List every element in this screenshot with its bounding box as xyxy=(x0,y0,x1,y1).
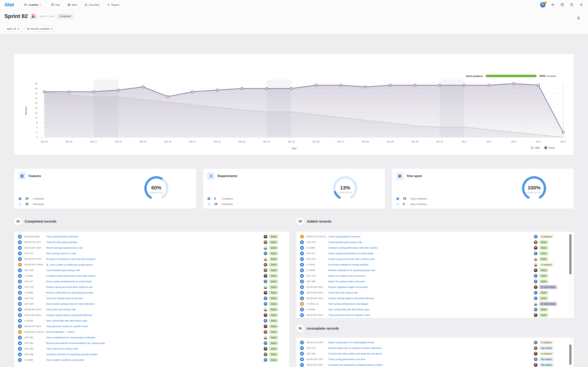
record-link[interactable]: Customize the dashboard to display prefe… xyxy=(328,364,534,366)
record-link[interactable]: Track elevation gain during a ride xyxy=(46,269,264,272)
icon-glyph xyxy=(19,325,20,326)
record-link[interactable]: Track cycling distance and time xyxy=(46,235,264,238)
feature-icon xyxy=(18,313,22,317)
assignee-avatar xyxy=(264,319,267,323)
status-badge: Done xyxy=(269,257,278,261)
record-link[interactable]: Search for cycling routes in the area xyxy=(46,297,264,300)
record-link[interactable]: Sync cycling data with other fitness app… xyxy=(46,319,264,322)
search-icon[interactable] xyxy=(570,2,574,7)
record-link[interactable]: Search for cycling routes in the area xyxy=(328,280,534,283)
record-link[interactable]: Track cycling speed in real-time xyxy=(328,235,534,238)
record-link[interactable]: Connect with other cyclists and share ti… xyxy=(328,352,534,355)
record-link[interactable]: Receive notifications for upcoming group… xyxy=(328,269,534,272)
record-link[interactable]: Process capybara images concurrently xyxy=(328,286,534,288)
record-id: DEVELOP-1613 xyxy=(24,308,46,311)
feature-icon xyxy=(300,268,304,272)
record-link[interactable]: Export cycling data in a downloadable fo… xyxy=(328,341,534,344)
plus-icon[interactable] xyxy=(579,2,584,7)
nav-item-work[interactable]: Work xyxy=(68,4,77,6)
icon-glyph xyxy=(301,269,302,270)
record-link[interactable]: Sync cycling data with other fitness app… xyxy=(328,308,534,311)
record-link[interactable]: Track elevation gain during a ride xyxy=(328,241,534,243)
record-row: DEVELOP-1358Record average speed during … xyxy=(14,245,289,250)
record-link[interactable]: Track weather conditions during rides xyxy=(46,359,264,361)
svg-text:Dec 15: Dec 15 xyxy=(41,141,48,143)
nav-item-plan[interactable]: Plan xyxy=(51,3,60,6)
record-id: A-14890 xyxy=(24,275,46,277)
record-link[interactable]: Track personal records for specific rout… xyxy=(46,325,264,328)
record-link[interactable]: 🐛 Users unable to modify their profile p… xyxy=(46,263,264,266)
record-link[interactable]: Record average speed during a ride xyxy=(46,247,264,249)
record-id: ADT-378 xyxy=(306,258,328,260)
status-badge: In code review xyxy=(539,285,557,289)
status-column: Done xyxy=(534,280,570,284)
share-button[interactable] xyxy=(574,14,583,22)
record-link[interactable]: Compare cycling performance with other c… xyxy=(46,275,264,277)
record-row: DEVELOP-1614Analyze cycling cadence and … xyxy=(296,295,574,301)
status-badge: Not started xyxy=(539,357,553,361)
scrollbar[interactable] xyxy=(569,339,571,367)
record-link[interactable]: Create a group and invite other cyclists… xyxy=(46,286,264,288)
record-row: ADT-386Schedule reminders for upcoming c… xyxy=(14,351,289,357)
record-id: DEVELOP-1611 xyxy=(306,286,328,288)
record-link[interactable]: Receive notifications for upcoming group… xyxy=(46,291,264,294)
groupby-filter-dropdown[interactable]: By: Records completed xyxy=(25,26,55,32)
help-icon[interactable] xyxy=(560,2,564,7)
assignee-avatar xyxy=(264,291,267,294)
requirement-icon xyxy=(300,235,304,239)
record-link[interactable]: Receive personalized recommendations for… xyxy=(46,342,264,344)
user-avatar[interactable] xyxy=(540,2,545,8)
record-link[interactable]: Search for cycling routes in the area xyxy=(328,275,534,277)
scrollbar[interactable] xyxy=(569,234,571,316)
gear-icon[interactable] xyxy=(551,2,555,7)
record-link[interactable]: Track off-road cycling activities xyxy=(46,241,264,243)
scrollbar-thumb[interactable] xyxy=(569,344,571,365)
record-link[interactable]: Share cycling achievements on social med… xyxy=(46,280,264,283)
stat-swatch xyxy=(397,203,399,205)
record-link[interactable]: Set goals for distance or time and track… xyxy=(46,258,264,260)
record-link[interactable]: View a leaderboard for virtual cycling c… xyxy=(46,336,264,339)
feature-icon xyxy=(18,319,22,323)
record-row: DEVELOP-1613Track heart rate during a ri… xyxy=(296,290,574,295)
record-id: ADT-380 xyxy=(306,280,328,283)
feature-icon xyxy=(300,240,304,244)
feature-icon xyxy=(18,280,22,284)
icon-glyph xyxy=(19,303,20,304)
record-link[interactable]: Track heart rate during a ride xyxy=(46,308,264,311)
svg-text:Dec 19: Dec 19 xyxy=(140,141,147,143)
stat-row: 14Remaining xyxy=(208,202,233,206)
aha-logo[interactable]: Aha! xyxy=(4,2,14,8)
record-link[interactable]: Analyze cycling cadence and pedal effici… xyxy=(46,314,264,316)
status-column: Done xyxy=(264,274,285,278)
record-link[interactable]: Analyze cycling cadence and pedal effici… xyxy=(328,297,534,300)
assignee-avatar xyxy=(264,252,267,255)
record-link[interactable]: View cycling routes on a map xyxy=(46,252,264,255)
stat-swatch xyxy=(208,197,210,200)
nav-item-reports[interactable]: Reports xyxy=(107,3,119,6)
status-badge: Not started xyxy=(539,363,553,367)
record-link[interactable]: View cycling achievements and badges xyxy=(328,303,534,305)
record-link[interactable]: Create a group and invite other cyclists… xyxy=(328,258,534,260)
scrollbar-thumb[interactable] xyxy=(569,234,571,274)
record-link[interactable]: Receive audio cues for distance and time… xyxy=(328,347,534,349)
record-link[interactable]: Track personal records for specific rout… xyxy=(328,314,534,316)
assignee-avatar xyxy=(264,358,267,362)
record-link[interactable]: Track cycling performance over time xyxy=(328,358,534,360)
record-link[interactable]: Share cycling achievements on social med… xyxy=(328,252,534,255)
record-link[interactable]: Save favorite cycling routes for future … xyxy=(46,303,264,305)
record-link[interactable]: Schedule reminders for upcoming cycling … xyxy=(46,353,264,356)
status-badge: In progress xyxy=(539,235,554,239)
record-link[interactable]: Track calorie burn during a ride xyxy=(46,348,264,350)
record-link[interactable]: Compare cycling performance with other c… xyxy=(328,247,534,249)
icon-glyph xyxy=(301,364,302,365)
record-link[interactable]: Track heart rate during a ride xyxy=(328,291,534,294)
workspace-switcher[interactable]: Usability ▾ xyxy=(21,2,43,8)
assignee-avatar xyxy=(534,363,537,367)
completion-gauge: 100%COMPLETED xyxy=(520,174,549,203)
sprint-filter-dropdown[interactable]: Sprint: All xyxy=(4,26,22,32)
record-link[interactable]: Virtual challenges — search xyxy=(46,331,264,333)
record-link[interactable]: Set privacy settings for cycling activit… xyxy=(328,263,534,266)
nav-item-document[interactable]: Document xyxy=(85,3,99,6)
svg-text:COMPLETED: COMPLETED xyxy=(338,192,352,193)
record-id: A-14935 xyxy=(24,359,46,361)
